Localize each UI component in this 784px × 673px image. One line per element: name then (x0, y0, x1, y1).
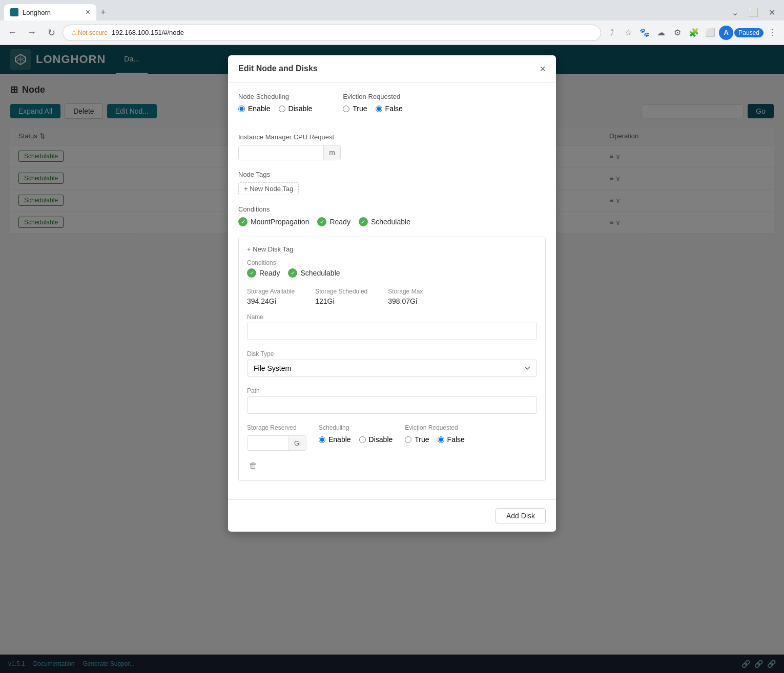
scheduling-enable-label: Enable (248, 104, 271, 113)
browser-toolbar: ← → ↻ ⚠ Not secure 192.168.100.151/#/nod… (0, 20, 784, 45)
modal-close-button[interactable]: × (540, 64, 546, 74)
disk-bottom-form: Storage Reserved 0 Gi Scheduling Enable (247, 424, 537, 451)
add-disk-button[interactable]: Add Disk (496, 508, 546, 523)
paused-badge[interactable]: Paused (734, 28, 764, 37)
tab-window-close-button[interactable]: ✕ (764, 4, 780, 20)
disk-type-section: Disk Type File System (247, 350, 537, 377)
tab-restore-button[interactable]: ⬜ (745, 4, 761, 20)
back-button[interactable]: ← (4, 25, 20, 41)
scheduling-disable-radio[interactable] (279, 106, 285, 112)
condition-schedulable-label: Schedulable (371, 218, 410, 226)
storage-max: Storage Max 398.07Gi (388, 288, 423, 305)
tab-minimize-button[interactable]: ⌄ (727, 4, 743, 20)
eviction-false-option[interactable]: False (376, 104, 403, 113)
disk-eviction-true-option[interactable]: True (405, 435, 429, 444)
conditions-section: Conditions ✓ MountPropagation ✓ Ready ✓ … (238, 205, 546, 226)
disk-eviction-group: Eviction Requested True False (405, 424, 465, 444)
disk-type-select[interactable]: File System (247, 360, 537, 377)
disk-path-input[interactable]: /mnt/sda3 (247, 396, 537, 414)
condition-ready-label: Ready (329, 218, 350, 226)
eviction-options: True False (343, 104, 403, 113)
bookmark-button[interactable]: ☆ (621, 25, 636, 40)
disk-conditions-label: Conditions (247, 259, 537, 266)
tab-actions: ⌄ ⬜ ✕ (727, 4, 780, 20)
storage-available-value: 394.24Gi (247, 297, 295, 305)
disk-eviction-false-label: False (447, 435, 465, 444)
scheduling-enable-option[interactable]: Enable (238, 104, 271, 113)
storage-info: Storage Available 394.24Gi Storage Sched… (247, 288, 537, 305)
disk-condition-ok-icon: ✓ (247, 268, 256, 278)
instance-manager-label: Instance Manager CPU Request (238, 133, 546, 141)
disk-delete-button[interactable]: 🗑 (247, 459, 259, 472)
extension-button-2[interactable]: ☁ (653, 25, 669, 40)
conditions-label: Conditions (238, 205, 546, 213)
disk-eviction-label: Eviction Requested (405, 424, 465, 431)
disk-type-label: Disk Type (247, 350, 537, 357)
tab-close-button[interactable]: × (86, 8, 90, 16)
storage-available: Storage Available 394.24Gi (247, 288, 295, 305)
cpu-request-input[interactable]: 0 (239, 145, 323, 160)
eviction-true-label: True (353, 104, 367, 113)
storage-reserved-suffix: Gi (288, 436, 306, 450)
modal-footer: Add Disk (228, 499, 556, 532)
eviction-true-option[interactable]: True (343, 104, 367, 113)
scheduling-disable-option[interactable]: Disable (279, 104, 313, 113)
eviction-true-radio[interactable] (343, 106, 349, 112)
security-indicator: ⚠ Not secure (71, 29, 108, 36)
condition-ok-icon: ✓ (238, 217, 247, 226)
disk-eviction-true-radio[interactable] (405, 436, 411, 443)
eviction-requested-label: Eviction Requested (343, 93, 403, 100)
active-tab: Longhorn × (4, 4, 96, 20)
storage-scheduled-value: 121Gi (315, 297, 367, 305)
storage-scheduled: Storage Scheduled 121Gi (315, 288, 367, 305)
menu-button[interactable]: ⋮ (765, 25, 780, 40)
eviction-false-radio[interactable] (376, 106, 382, 112)
conditions-list: ✓ MountPropagation ✓ Ready ✓ Schedulable (238, 217, 546, 226)
profile-button[interactable]: A (719, 26, 733, 40)
scheduling-eviction-row: Node Scheduling Enable Disable Eviction (238, 93, 546, 123)
tab-favicon (10, 8, 18, 16)
disk-condition-schedulable-label: Schedulable (300, 269, 340, 277)
url-display: 192.168.100.151/#/node (112, 29, 184, 36)
share-button[interactable]: ⤴ (604, 25, 620, 40)
tab-bar: Longhorn × + ⌄ ⬜ ✕ (0, 0, 784, 20)
extension-button-1[interactable]: 🐾 (637, 25, 652, 40)
extension-button-3[interactable]: ⚙ (670, 25, 685, 40)
condition-ok-icon: ✓ (317, 217, 326, 226)
disk-scheduling-disable-radio[interactable] (359, 436, 366, 443)
disk-scheduling-disable-option[interactable]: Disable (359, 435, 393, 444)
extension-button-4[interactable]: 🧩 (686, 25, 702, 40)
forward-button[interactable]: → (24, 25, 40, 41)
node-tags-section: Node Tags + New Node Tag (238, 171, 546, 195)
disk-scheduling-enable-label: Enable (328, 435, 351, 444)
disk-scheduling-enable-radio[interactable] (319, 436, 325, 443)
disk-eviction-false-option[interactable]: False (438, 435, 465, 444)
address-bar[interactable]: ⚠ Not secure 192.168.100.151/#/node (63, 25, 601, 41)
add-node-tag-button[interactable]: + New Node Tag (238, 182, 299, 195)
eviction-false-label: False (385, 104, 403, 113)
disk-scheduling-enable-option[interactable]: Enable (319, 435, 351, 444)
disk-eviction-false-radio[interactable] (438, 436, 444, 443)
new-tab-button[interactable]: + (96, 5, 110, 20)
scheduling-enable-radio[interactable] (238, 106, 245, 112)
disk-name-input[interactable]: disk-1 (247, 323, 537, 340)
storage-reserved-input[interactable]: 0 (247, 436, 288, 450)
disk-condition-ok-icon: ✓ (288, 268, 297, 278)
storage-reserved-group: Storage Reserved 0 Gi (247, 424, 306, 451)
reload-button[interactable]: ↻ (43, 25, 59, 41)
profile-toggle-button[interactable]: ⬜ (703, 25, 718, 40)
add-disk-tag-button[interactable]: + New Disk Tag (247, 245, 293, 253)
storage-available-label: Storage Available (247, 288, 295, 295)
condition-mount-propagation: ✓ MountPropagation (238, 217, 309, 226)
disk-scheduling-disable-label: Disable (369, 435, 393, 444)
condition-mount-propagation-label: MountPropagation (251, 218, 309, 226)
node-scheduling-options: Enable Disable (238, 104, 312, 113)
disk-eviction-true-label: True (415, 435, 429, 444)
disk-conditions-section: Conditions ✓ Ready ✓ Schedulable (247, 259, 537, 278)
storage-reserved-input-wrapper: 0 Gi (247, 435, 306, 451)
tab-title: Longhorn (23, 9, 81, 16)
disk-eviction-options: True False (405, 435, 465, 444)
disk-condition-ready-label: Ready (259, 269, 280, 277)
modal-overlay: Edit Node and Disks × Node Scheduling En… (0, 45, 784, 673)
disk-condition-ready: ✓ Ready (247, 268, 280, 278)
